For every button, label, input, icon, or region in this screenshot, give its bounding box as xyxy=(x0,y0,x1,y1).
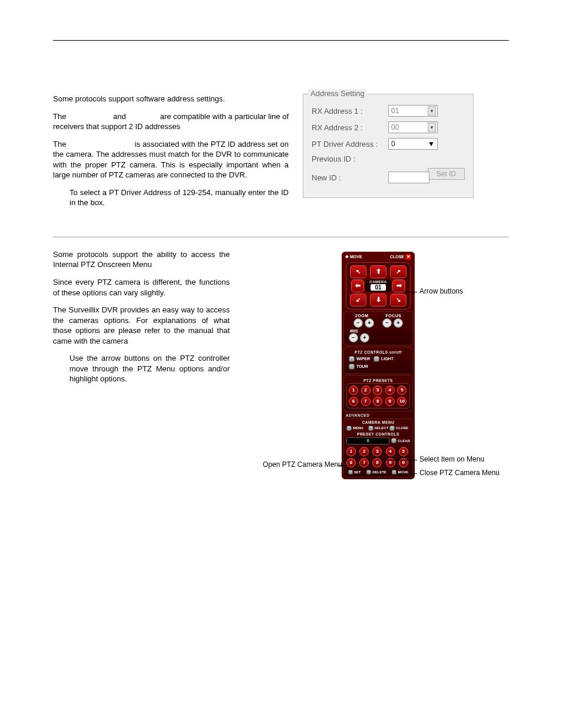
rx1-label: RX Address 1 : xyxy=(312,107,388,116)
focus-in-button[interactable]: + xyxy=(394,318,403,328)
setid-button[interactable]: Set ID xyxy=(428,168,465,180)
preset-button[interactable]: 5 xyxy=(397,386,406,395)
arrow-up-left-button[interactable]: ↖ xyxy=(350,265,366,278)
preset-button[interactable]: 8 xyxy=(373,397,382,406)
preset-button[interactable]: 7 xyxy=(361,397,371,406)
ptz-panel: ✥ MOVE CLOSE ✕ ↖ ⬆ ↗ ⬅ CAMERA 01 ➡ xyxy=(342,252,415,479)
arrow-down-right-button[interactable]: ↘ xyxy=(390,294,406,307)
presets-head: PTZ PRESETS xyxy=(346,377,410,383)
iris-open-button[interactable]: + xyxy=(360,333,369,342)
para-5: Some protocols support the ability to ac… xyxy=(53,249,230,270)
preset-controls-head: PRESET CONTROLS xyxy=(345,432,411,436)
tour-toggle[interactable]: TOUR xyxy=(349,364,368,370)
callout-close-menu: Close PTZ Camera Menu xyxy=(419,469,500,477)
menu-button[interactable]: MENU xyxy=(346,426,367,431)
address-description: Some protocols support software address … xyxy=(53,94,289,215)
callout-arrow-buttons: Arrow buttons xyxy=(419,287,463,295)
wiper-toggle[interactable]: WIPER xyxy=(349,356,370,362)
address-setting-panel: Address Setting RX Address 1 : 01 ▼ RX A… xyxy=(303,94,474,198)
preset-button[interactable]: 9 xyxy=(385,397,395,406)
preset-button[interactable]: 3 xyxy=(372,447,382,456)
preset-button[interactable]: 6 xyxy=(349,397,358,406)
advanced-head: ADVANCED xyxy=(343,411,413,417)
focus-label: FOCUS xyxy=(386,314,402,318)
mid-rule xyxy=(53,236,509,238)
iris-close-button[interactable]: − xyxy=(349,333,358,342)
previd-label: Previous ID : xyxy=(312,154,388,163)
iris-label: IRIS xyxy=(346,329,410,333)
ptdriver-select[interactable]: 0 ▼ xyxy=(388,138,438,150)
callout-open-menu: Open PTZ Camera Menu xyxy=(263,460,342,469)
rx2-select[interactable]: 00 ▼ xyxy=(388,121,438,133)
arrow-up-right-button[interactable]: ↗ xyxy=(390,265,406,278)
preset-button[interactable]: 1 xyxy=(349,386,358,395)
focus-out-button[interactable]: − xyxy=(382,318,392,328)
preset-button[interactable]: 3 xyxy=(373,386,382,395)
close-button[interactable]: CLOSE ✕ xyxy=(390,254,411,260)
rx2-label: RX Address 2 : xyxy=(312,123,388,132)
rx1-select[interactable]: 01 ▼ xyxy=(388,105,438,117)
move-handle[interactable]: ✥ MOVE xyxy=(345,255,362,259)
preset-id-input[interactable]: 0 xyxy=(346,437,389,444)
ptdriver-label: PT Driver Address : xyxy=(312,140,388,149)
zoom-out-button[interactable]: − xyxy=(353,318,363,328)
zoom-in-button[interactable]: + xyxy=(365,318,374,328)
arrow-down-button[interactable]: ⬇ xyxy=(370,294,386,307)
callout-select-item: Select Item on Menu xyxy=(419,455,484,463)
presets-section: PTZ PRESETS 1 2 3 4 5 6 7 8 9 10 xyxy=(343,375,413,411)
camera-number: 01 xyxy=(371,284,386,291)
controls-section: PTZ CONTROLS on/off WIPER LIGHT TOUR xyxy=(343,347,413,374)
section-address-settings: Some protocols support software address … xyxy=(53,94,509,215)
preset-button[interactable]: 7 xyxy=(359,458,369,467)
light-toggle[interactable]: LIGHT xyxy=(373,356,394,362)
ptz-description: Some protocols support the ability to ac… xyxy=(53,249,230,479)
preset-button[interactable]: 4 xyxy=(386,447,395,456)
delete-button[interactable]: DELETE xyxy=(366,470,386,475)
arrow-right-button[interactable]: ➡ xyxy=(392,279,405,292)
close-icon: ✕ xyxy=(405,254,411,260)
chevron-down-icon: ▼ xyxy=(428,106,436,116)
zoom-label: ZOOM xyxy=(355,314,369,318)
ptz-figure: ✥ MOVE CLOSE ✕ ↖ ⬆ ↗ ⬅ CAMERA 01 ➡ xyxy=(247,249,509,479)
newid-input[interactable] xyxy=(388,172,429,183)
select-button[interactable]: SELECT xyxy=(368,426,389,431)
para-4-note: To select a PT Driver Address of 129-254… xyxy=(53,187,289,208)
chevron-down-icon: ▼ xyxy=(428,140,435,148)
camera-menu-head: CAMERA MENU xyxy=(345,420,411,424)
preset-button[interactable]: 10 xyxy=(397,397,406,406)
para-8-note: Use the arrow buttons on the PTZ control… xyxy=(53,353,230,384)
arrow-down-left-button[interactable]: ↙ xyxy=(350,294,366,307)
preset-button[interactable]: 2 xyxy=(361,386,371,395)
preset-button[interactable]: 2 xyxy=(359,447,369,456)
arrow-up-button[interactable]: ⬆ xyxy=(370,265,386,278)
address-legend: Address Setting xyxy=(308,89,367,98)
set-button[interactable]: SET xyxy=(348,470,361,475)
preset-button[interactable]: 1 xyxy=(346,447,356,456)
preset-button[interactable]: 8 xyxy=(372,458,382,467)
para-1: Some protocols support software address … xyxy=(53,94,289,104)
controls-head: PTZ CONTROLS on/off xyxy=(346,348,410,355)
clear-button[interactable]: CLEAR xyxy=(391,438,410,443)
chevron-down-icon: ▼ xyxy=(428,123,436,132)
advanced-section: CAMERA MENU MENU SELECT CLOSE PRESET CON… xyxy=(343,419,413,477)
para-6: Since every PTZ camera is different, the… xyxy=(53,277,230,298)
section-ptz-menu: Some protocols support the ability to ac… xyxy=(53,249,509,479)
close-menu-button[interactable]: CLOSE xyxy=(389,426,410,431)
para-3: The is associated with the PTZ ID addres… xyxy=(53,139,289,180)
camera-indicator: CAMERA 01 xyxy=(365,279,391,292)
ptdriver-value: 0 xyxy=(391,140,395,148)
newid-label: New ID : xyxy=(312,173,388,182)
arrow-pad: ↖ ⬆ ↗ ⬅ CAMERA 01 ➡ ↙ ⬇ ↘ xyxy=(346,262,411,309)
rx1-value: 01 xyxy=(391,107,399,115)
preset-button[interactable]: 5 xyxy=(399,447,408,456)
zoom-focus-section: ZOOM FOCUS − + − + xyxy=(343,311,413,345)
preset-button[interactable]: 6 xyxy=(346,458,356,467)
top-rule xyxy=(53,40,509,41)
para-2: The and are compatible with a particular… xyxy=(53,111,289,132)
para-7: The Surveillix DVR provides an easy way … xyxy=(53,305,230,346)
rx2-value: 00 xyxy=(391,123,399,131)
arrow-left-button[interactable]: ⬅ xyxy=(351,279,364,292)
preset-button[interactable]: 4 xyxy=(385,386,395,395)
